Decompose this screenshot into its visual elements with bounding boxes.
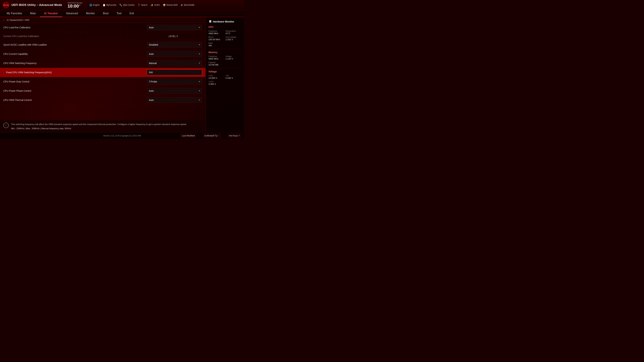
- hw-cpu-grid: Frequency 4900 MHz Temperature 47°C BCLK…: [208, 30, 242, 47]
- info-range: Min.: 250KHz | Max.: 500KHz | Manual fre…: [11, 127, 187, 130]
- hw-33v: +3.3V 3.360 V: [208, 81, 224, 85]
- cpu-load-line-select[interactable]: Auto Level 1Level 2Level 3: [147, 25, 202, 30]
- hw-mem-capacity-value: 32768 MB: [208, 63, 224, 66]
- toolbar-resizebar-label: ReSize BAR: [166, 4, 178, 6]
- hw-cpu-bclk: BCLK 100.00 MHz: [208, 36, 224, 41]
- nav-tabs: My Favorites Main Ai Tweaker Advanced Mo…: [0, 10, 244, 17]
- hw-mem-voltage: Voltage 1.120 V: [226, 55, 242, 60]
- bottom-divider-1: |: [200, 134, 200, 137]
- current-cpu-loadline-value: LEVEL 3: [168, 35, 202, 37]
- toolbar-search-label: Search: [141, 4, 148, 6]
- hw-divider-1: [208, 49, 242, 49]
- tab-monitor[interactable]: Monitor: [82, 10, 99, 17]
- toolbar: 🌐 English 📋 MyFavorite 🔧 Qfan Control ❓ …: [90, 4, 194, 6]
- cpu-vrm-thermal-select[interactable]: Auto Disabled: [147, 97, 202, 103]
- info-description: The switching frequency will affect the …: [11, 123, 187, 126]
- resizebar-icon: 📦: [163, 4, 166, 6]
- hw-cpu-corevolt-label: Core Voltage: [226, 36, 242, 38]
- toolbar-memtest[interactable]: 🖥 MemTest86: [180, 4, 194, 6]
- hw-cpu-section-title: CPU: [208, 26, 242, 28]
- tab-tool[interactable]: Tool: [112, 10, 126, 17]
- toolbar-resizebar[interactable]: 📦 ReSize BAR: [163, 4, 178, 6]
- toolbar-qfan[interactable]: 🔧 Qfan Control: [119, 4, 134, 6]
- tab-my-favorites[interactable]: My Favorites: [3, 10, 26, 17]
- aura-icon: ✨: [150, 4, 153, 6]
- bios-title: UEFI BIOS Utility – Advanced Mode: [12, 3, 62, 7]
- setting-cpu-power-phase[interactable]: CPU Power Phase Control Auto StandardOpt…: [0, 86, 206, 95]
- tab-boot[interactable]: Boot: [99, 10, 112, 17]
- hw-cpu-freq-value: 4900 MHz: [208, 32, 224, 35]
- fixed-cpu-vrm-input[interactable]: [147, 69, 202, 75]
- tab-exit[interactable]: Exit: [126, 10, 138, 17]
- toolbar-english[interactable]: 🌐 English: [90, 4, 100, 6]
- bottom-right-controls: Last Modified | EzMode(F7)|→ | Hot Keys …: [141, 134, 242, 138]
- version-text: Version 2.21.1278 Copyright (C) 2022 AMI: [103, 135, 141, 137]
- rog-logo: ROG: [2, 1, 10, 9]
- cpu-load-line-label: CPU Load-line Calibration: [3, 26, 147, 29]
- hw-5v: +5V 5.160 V: [226, 75, 242, 79]
- info-box: i The switching frequency will affect th…: [0, 120, 206, 133]
- hw-5v-value: 5.160 V: [226, 77, 242, 79]
- toolbar-search[interactable]: ❓ Search: [137, 4, 148, 6]
- hw-mem-freq: Frequency 4800 MHz: [208, 55, 224, 60]
- hw-33v-label: +3.3V: [208, 81, 224, 83]
- hw-divider-2: [208, 68, 242, 68]
- hw-mem-voltage-label: Voltage: [226, 55, 242, 57]
- fixed-cpu-vrm-label: Fixed CPU VRM Switching Frequency(KHz): [6, 71, 147, 74]
- hw-cpu-corevolt-value: 1.332 V: [226, 38, 242, 41]
- hot-keys-button[interactable]: Hot Keys ?: [227, 134, 242, 138]
- breadcrumb: ← Ai Tweaker\DIGI+ VRM: [0, 17, 206, 23]
- settings-gear-icon[interactable]: ⚙: [79, 4, 80, 6]
- main-content: ← Ai Tweaker\DIGI+ VRM CPU Load-line Cal…: [0, 17, 244, 132]
- tab-main[interactable]: Main: [26, 10, 40, 17]
- cpu-current-capability-label: CPU Current Capability: [3, 53, 147, 55]
- setting-synch-acdc[interactable]: Synch ACDC Loadline with VRM Loadline Di…: [0, 40, 206, 49]
- header: ROG UEFI BIOS Utility – Advanced Mode 08…: [0, 0, 244, 10]
- ez-mode-button[interactable]: EzMode(F7)|→: [203, 134, 221, 138]
- synch-acdc-select[interactable]: Disabled AutoEnabled: [147, 42, 202, 48]
- info-content: i The switching frequency will affect th…: [3, 123, 202, 130]
- cpu-vrm-switching-select[interactable]: Manual Auto: [147, 60, 202, 66]
- hw-cpu-temp-label: Temperature: [226, 30, 242, 32]
- last-modified-button[interactable]: Last Modified: [180, 134, 196, 138]
- favorite-icon: 📋: [103, 4, 106, 6]
- hw-voltage-grid: +12V 12.000 V +5V 5.160 V +3.3V 3.360 V: [208, 75, 242, 85]
- bottom-divider-2: |: [224, 134, 224, 137]
- hw-5v-label: +5V: [226, 75, 242, 77]
- setting-cpu-current-capability[interactable]: CPU Current Capability Auto 100%110% ▼: [0, 49, 206, 59]
- setting-cpu-vrm-switching[interactable]: CPU VRM Switching Frequency Manual Auto …: [0, 59, 206, 68]
- info-text-area: The switching frequency will affect the …: [11, 123, 187, 130]
- cpu-current-capability-select[interactable]: Auto 100%110%: [147, 51, 202, 57]
- cpu-power-phase-select[interactable]: Auto StandardOptimized: [147, 88, 202, 94]
- hw-memory-section-title: Memory: [208, 51, 242, 54]
- logo-area: ROG UEFI BIOS Utility – Advanced Mode: [2, 1, 62, 9]
- memtest-icon: 🖥: [180, 4, 183, 6]
- toolbar-memtest-label: MemTest86: [184, 4, 194, 6]
- right-panel: 🖥 Hardware Monitor CPU Frequency 4900 MH…: [206, 17, 244, 132]
- cpu-vrm-thermal-select-wrapper: Auto Disabled ▼: [147, 97, 202, 103]
- hw-33v-value: 3.360 V: [208, 83, 224, 85]
- toolbar-aura[interactable]: ✨ AURA: [150, 4, 160, 6]
- setting-cpu-vrm-thermal[interactable]: CPU VRM Thermal Control Auto Disabled ▼: [0, 95, 206, 105]
- setting-cpu-load-line[interactable]: CPU Load-line Calibration Auto Level 1Le…: [0, 23, 206, 32]
- cpu-vrm-switching-select-wrapper: Manual Auto ▼: [147, 60, 202, 66]
- breadcrumb-text: Ai Tweaker\DIGI+ VRM: [7, 19, 29, 21]
- setting-cpu-power-duty[interactable]: CPU Power Duty Control T.Probe Extreme ▼: [0, 77, 206, 86]
- cpu-power-duty-select[interactable]: T.Probe Extreme: [147, 79, 202, 84]
- hw-mem-voltage-value: 1.120 V: [226, 57, 242, 60]
- setting-fixed-cpu-vrm-switching[interactable]: Fixed CPU VRM Switching Frequency(KHz): [0, 68, 206, 77]
- cpu-current-capability-select-wrapper: Auto 100%110% ▼: [147, 51, 202, 57]
- hw-voltage-section-title: Voltage: [208, 70, 242, 73]
- hw-memory-grid: Frequency 4800 MHz Voltage 1.120 V Capac…: [208, 55, 242, 66]
- hw-cpu-freq: Frequency 4900 MHz: [208, 30, 224, 35]
- hw-mem-capacity: Capacity 32768 MB: [208, 61, 224, 66]
- hw-monitor-header: 🖥 Hardware Monitor: [208, 20, 242, 23]
- left-panel: ← Ai Tweaker\DIGI+ VRM CPU Load-line Cal…: [0, 17, 206, 132]
- back-arrow-icon[interactable]: ←: [3, 18, 5, 21]
- current-cpu-loadline-label: Current CPU Load-line Calibration: [3, 35, 168, 37]
- hw-cpu-bclk-value: 100.00 MHz: [208, 38, 224, 41]
- tab-ai-tweaker[interactable]: Ai Tweaker: [40, 10, 62, 17]
- toolbar-myfavorite[interactable]: 📋 MyFavorite: [103, 4, 116, 6]
- toolbar-aura-label: AURA: [154, 4, 160, 6]
- tab-advanced[interactable]: Advanced: [62, 10, 82, 17]
